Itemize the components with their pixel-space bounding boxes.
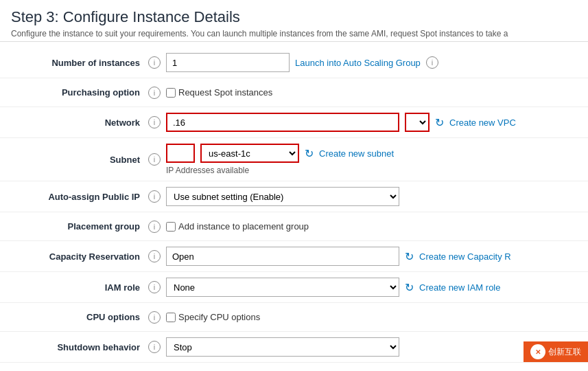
- shutdown-behavior-row: Shutdown behavior i Stop ✕ 创新互联: [0, 332, 588, 363]
- network-info-icon[interactable]: i: [148, 116, 161, 128]
- number-of-instances-row: Number of instances i Launch into Auto S…: [0, 47, 588, 78]
- subnet-label: Subnet: [11, 155, 148, 165]
- purchasing-option-label: Purchasing option: [11, 87, 148, 98]
- auto-assign-ip-select[interactable]: Use subnet setting (Enable): [166, 187, 399, 206]
- subnet-prefix-input[interactable]: [170, 145, 191, 161]
- network-row: Network i ↻ Create new VPC: [0, 107, 588, 138]
- placement-group-label: Placement group: [11, 221, 148, 232]
- shutdown-behavior-label: Shutdown behavior: [11, 342, 148, 352]
- auto-assign-ip-row: Auto-assign Public IP i Use subnet setti…: [0, 181, 588, 212]
- network-label: Network: [11, 117, 148, 128]
- auto-assign-ip-label: Auto-assign Public IP: [11, 192, 148, 202]
- page-header: Step 3: Configure Instance Details Confi…: [0, 0, 588, 42]
- placement-group-checkbox[interactable]: [166, 222, 176, 232]
- cpu-options-checkbox[interactable]: [166, 313, 176, 322]
- page-subtitle: Configure the instance to suit your requ…: [11, 29, 577, 38]
- capacity-reservation-content: ↻ Create new Capacity R: [166, 247, 577, 266]
- subnet-select-wrapper: us-east-1c: [200, 144, 299, 163]
- auto-assign-ip-info-icon[interactable]: i: [148, 190, 161, 203]
- network-input[interactable]: [170, 114, 395, 131]
- shutdown-behavior-info-icon[interactable]: i: [148, 341, 161, 353]
- auto-scaling-link[interactable]: Launch into Auto Scaling Group: [295, 58, 421, 68]
- spot-instances-checkbox-label[interactable]: Request Spot instances: [166, 87, 272, 98]
- spot-instances-label: Request Spot instances: [178, 87, 272, 98]
- subnet-row: Subnet i us-east-1c ↻ Create new subnet …: [0, 138, 588, 181]
- page-title: Step 3: Configure Instance Details: [11, 8, 577, 26]
- watermark-text: 创新互联: [548, 346, 581, 358]
- auto-assign-ip-content: Use subnet setting (Enable): [166, 187, 577, 206]
- iam-role-refresh-icon[interactable]: ↻: [405, 281, 414, 294]
- ip-available-text: IP Addresses available: [166, 166, 394, 175]
- create-new-capacity-link[interactable]: Create new Capacity R: [419, 251, 511, 262]
- cpu-options-label: CPU options: [11, 312, 148, 322]
- cpu-options-checkbox-label[interactable]: Specify CPU options: [166, 312, 260, 322]
- cpu-options-row: CPU options i Specify CPU options: [0, 303, 588, 332]
- shutdown-behavior-select[interactable]: Stop: [166, 337, 399, 357]
- placement-group-checkbox-label[interactable]: Add instance to placement group: [166, 221, 309, 232]
- purchasing-option-content: Request Spot instances: [166, 87, 577, 98]
- network-select-wrapper: [405, 113, 430, 132]
- subnet-info-icon[interactable]: i: [148, 153, 161, 166]
- auto-scaling-info-icon[interactable]: i: [426, 56, 438, 69]
- iam-role-label: IAM role: [11, 282, 148, 293]
- watermark-icon-text: ✕: [535, 348, 541, 356]
- subnet-select[interactable]: us-east-1c: [202, 145, 298, 161]
- form-content: Number of instances i Launch into Auto S…: [0, 42, 588, 371]
- capacity-reservation-info-icon[interactable]: i: [148, 250, 161, 262]
- subnet-refresh-icon[interactable]: ↻: [305, 147, 314, 160]
- watermark-icon: ✕: [530, 344, 545, 359]
- number-of-instances-input[interactable]: [166, 53, 290, 72]
- create-new-iam-role-link[interactable]: Create new IAM role: [419, 282, 501, 293]
- spot-instances-checkbox[interactable]: [166, 88, 176, 98]
- network-input-wrapper: [166, 113, 399, 132]
- number-of-instances-label: Number of instances: [11, 58, 148, 68]
- subnet-row-group: us-east-1c ↻ Create new subnet IP Addres…: [166, 144, 394, 175]
- iam-role-info-icon[interactable]: i: [148, 281, 161, 293]
- cpu-options-checkbox-text: Specify CPU options: [178, 312, 260, 322]
- purchasing-option-row: Purchasing option i Request Spot instanc…: [0, 78, 588, 107]
- placement-group-info-icon[interactable]: i: [148, 221, 161, 233]
- placement-group-content: Add instance to placement group: [166, 221, 577, 232]
- subnet-field-wrapper: [166, 144, 195, 163]
- cpu-options-info-icon[interactable]: i: [148, 311, 161, 324]
- number-of-instances-info-icon[interactable]: i: [148, 56, 161, 69]
- create-new-vpc-link[interactable]: Create new VPC: [449, 117, 516, 128]
- watermark-badge: ✕ 创新互联: [524, 341, 588, 362]
- number-of-instances-content: Launch into Auto Scaling Group i: [166, 53, 577, 72]
- placement-group-checkbox-text: Add instance to placement group: [178, 221, 309, 232]
- purchasing-option-info-icon[interactable]: i: [148, 87, 161, 99]
- stop-hibernate-row: Stop - Hibernate behavior i Enable hiber…: [0, 363, 588, 371]
- iam-role-content: None ↻ Create new IAM role: [166, 278, 577, 297]
- subnet-sub-row: us-east-1c ↻ Create new subnet: [166, 144, 394, 163]
- capacity-reservation-row: Capacity Reservation i ↻ Create new Capa…: [0, 241, 588, 272]
- network-select[interactable]: [406, 114, 428, 131]
- network-content: ↻ Create new VPC: [166, 113, 577, 132]
- network-refresh-icon[interactable]: ↻: [435, 116, 444, 129]
- capacity-reservation-refresh-icon[interactable]: ↻: [405, 250, 414, 263]
- capacity-reservation-input[interactable]: [166, 247, 399, 266]
- cpu-options-content: Specify CPU options: [166, 312, 577, 322]
- iam-role-row: IAM role i None ↻ Create new IAM role: [0, 272, 588, 303]
- create-new-subnet-link[interactable]: Create new subnet: [319, 148, 394, 159]
- subnet-content: us-east-1c ↻ Create new subnet IP Addres…: [166, 144, 577, 175]
- iam-role-select[interactable]: None: [166, 278, 399, 297]
- capacity-reservation-label: Capacity Reservation: [11, 251, 148, 262]
- shutdown-behavior-content: Stop: [166, 337, 577, 357]
- placement-group-row: Placement group i Add instance to placem…: [0, 212, 588, 241]
